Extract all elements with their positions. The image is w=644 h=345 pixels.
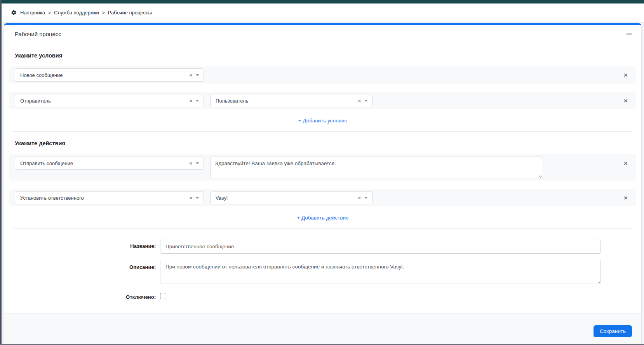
card-body: Укажите условия Новое сообщение × × Отпр…	[4, 43, 641, 313]
clear-icon[interactable]: ×	[189, 98, 192, 104]
action-value-select[interactable]: Vasyl ×	[210, 191, 372, 204]
condition-type-select[interactable]: Новое сообщение ×	[15, 68, 204, 82]
page-title: Рабочий процесс	[15, 31, 61, 37]
save-button[interactable]: Сохранить	[594, 325, 632, 337]
add-action-link[interactable]: + Добавить действие	[297, 215, 348, 221]
action-type-select[interactable]: Установить ответственного ×	[15, 191, 204, 204]
workflow-form: Название: Описание: При новом сообщении …	[9, 239, 636, 301]
select-value: Новое сообщение	[20, 72, 186, 78]
breadcrumb: Настройка > Служба поддержки > Рабочие п…	[2, 3, 644, 22]
window-frame-left	[0, 0, 2, 345]
breadcrumb-separator: >	[48, 10, 51, 16]
gear-icon	[11, 10, 17, 16]
remove-row-icon[interactable]: ×	[621, 98, 631, 104]
add-condition-wrapper: + Добавить условие	[9, 118, 636, 124]
name-field-row: Название:	[9, 239, 636, 254]
clear-icon[interactable]: ×	[189, 72, 192, 78]
collapse-icon[interactable]	[626, 33, 632, 35]
description-textarea[interactable]: При новом сообщении от пользователя отпр…	[160, 260, 601, 284]
clear-icon[interactable]: ×	[358, 195, 361, 201]
section-divider	[13, 228, 632, 229]
chevron-down-icon[interactable]	[364, 197, 367, 199]
clear-icon[interactable]: ×	[189, 195, 192, 201]
workflow-card: Рабочий процесс Укажите условия Новое со…	[4, 23, 642, 345]
card-footer: Сохранить	[4, 313, 641, 345]
add-action-wrapper: + Добавить действие	[9, 215, 636, 221]
clear-icon[interactable]: ×	[189, 160, 192, 166]
description-field-row: Описание: При новом сообщении от пользов…	[9, 260, 636, 286]
chevron-down-icon[interactable]	[196, 162, 199, 164]
add-condition-link[interactable]: + Добавить условие	[298, 118, 347, 124]
description-label: Описание:	[9, 260, 156, 286]
select-value: Пользователь	[216, 98, 355, 104]
breadcrumb-separator: >	[102, 10, 105, 16]
name-input[interactable]	[160, 239, 601, 254]
name-label: Название:	[9, 239, 156, 254]
condition-value-select[interactable]: Пользователь ×	[210, 94, 372, 107]
chevron-down-icon[interactable]	[196, 100, 199, 102]
disabled-field-row: Отключено:	[9, 292, 636, 301]
conditions-heading: Укажите условия	[15, 52, 636, 59]
action-row: Отправить сообщение × Здравствуйте! Ваша…	[9, 154, 636, 181]
action-message-textarea[interactable]: Здравствуйте! Ваша заявка уже обрабатыва…	[210, 157, 542, 178]
chevron-down-icon[interactable]	[196, 74, 199, 76]
remove-row-icon[interactable]: ×	[621, 72, 631, 78]
condition-row: Новое сообщение × ×	[9, 66, 636, 84]
select-value: Установить ответственного	[20, 195, 186, 201]
chevron-down-icon[interactable]	[364, 100, 367, 102]
actions-heading: Укажите действия	[15, 140, 636, 146]
section-divider	[13, 131, 632, 132]
clear-icon[interactable]: ×	[358, 98, 361, 104]
disabled-label: Отключено:	[9, 292, 156, 301]
condition-row: Отправитель × Пользователь × ×	[9, 92, 636, 109]
remove-row-icon[interactable]: ×	[621, 160, 631, 167]
select-value: Отправить сообщение	[20, 160, 186, 166]
select-value: Vasyl	[216, 195, 355, 201]
chevron-down-icon[interactable]	[196, 197, 199, 199]
action-row: Установить ответственного × Vasyl × ×	[9, 189, 636, 206]
window-frame-top	[0, 0, 644, 3]
remove-row-icon[interactable]: ×	[621, 195, 631, 201]
disabled-checkbox[interactable]	[160, 293, 166, 299]
page-content: Настройка > Служба поддержки > Рабочие п…	[2, 3, 644, 344]
select-value: Отправитель	[20, 98, 186, 104]
breadcrumb-item-helpdesk[interactable]: Служба поддержки	[54, 10, 99, 16]
card-header: Рабочий процесс	[4, 25, 641, 43]
app-window: Настройка > Служба поддержки > Рабочие п…	[0, 0, 644, 345]
breadcrumb-item-workflows[interactable]: Рабочие процессы	[108, 10, 152, 16]
breadcrumb-item-settings[interactable]: Настройка	[20, 10, 45, 16]
condition-type-select[interactable]: Отправитель ×	[15, 94, 204, 107]
action-type-select[interactable]: Отправить сообщение ×	[15, 157, 204, 170]
